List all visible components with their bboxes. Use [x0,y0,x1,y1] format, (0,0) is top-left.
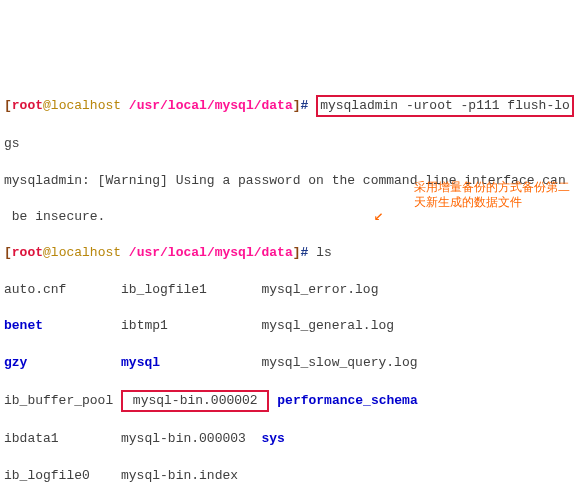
host: localhost [51,98,121,113]
warning-line-2: be insecure. [4,208,577,226]
ls1-row3: gzy mysql mysql_slow_query.log [4,354,577,372]
annotation-text: 采用增量备份的方式备份第二 天新生成的数据文件 [414,180,570,209]
ls1-row6: ib_logfile0 mysql-bin.index [4,467,577,485]
ls1-row1: auto.cnf ib_logfile1 mysql_error.log [4,281,577,299]
binlog-box-1: mysql-bin.000002 [121,390,269,412]
user: root [12,98,43,113]
arrow-icon: ↙ [374,205,384,227]
path: /usr/local/mysql/data [121,98,293,113]
ls1-row4: ib_buffer_pool mysql-bin.000002 performa… [4,390,577,412]
command-box-1: mysqladmin -uroot -p111 flush-lo [316,95,574,117]
prompt-symbol: # [301,98,309,113]
prompt-line-2: [root@localhost /usr/local/mysql/data]# … [4,244,577,262]
cmd1-continuation: gs [4,135,577,153]
bracket-close: ] [293,98,301,113]
terminal-output: { "prompt": { "br_open": "[", "root": "r… [4,22,577,500]
ls1-row2: benet ibtmp1 mysql_general.log [4,317,577,335]
at: @ [43,98,51,113]
ls-command: ls [308,245,331,260]
prompt-line-1: [root@localhost /usr/local/mysql/data]# … [4,95,577,117]
ls1-row5: ibdata1 mysql-bin.000003 sys [4,430,577,448]
bracket-open: [ [4,98,12,113]
